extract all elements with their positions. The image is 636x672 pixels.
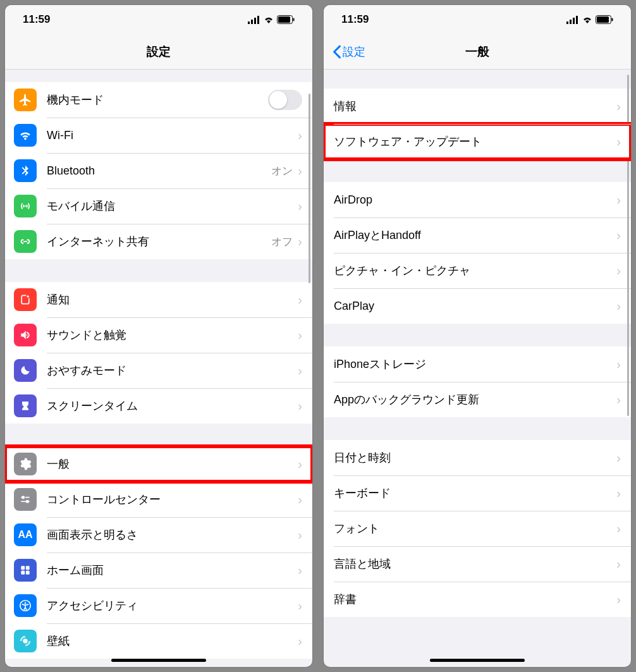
controlcenter-cell[interactable]: コントロールセンター › [5,482,312,517]
home-indicator[interactable] [111,659,206,662]
general-screen: 11:59 設定 一般 情報 › ソフトウェア・アップデート › AirDrop… [324,5,631,667]
wallpaper-icon [14,630,37,652]
hotspot-cell[interactable]: インターネット共有 オフ › [5,224,312,259]
sounds-cell[interactable]: サウンドと触覚 › [5,317,312,353]
chevron-right-icon: › [616,135,621,149]
battery-icon [277,15,295,24]
display-cell[interactable]: AA 画面表示と明るさ › [5,517,312,553]
background-refresh-label: Appのバックグラウンド更新 [334,392,616,407]
airplane-toggle[interactable] [268,90,302,110]
bluetooth-label: Bluetooth [47,164,271,178]
svg-rect-0 [248,21,250,24]
svg-rect-28 [612,18,613,21]
svg-point-12 [27,501,28,503]
general-group-storage: iPhoneストレージ › Appのバックグラウンド更新 › [324,346,631,417]
carplay-cell[interactable]: CarPlay › [324,288,631,324]
general-group-locale: 日付と時刻 › キーボード › フォント › 言語と地域 › 辞書 › [324,440,631,617]
chevron-right-icon: › [616,451,621,465]
svg-rect-5 [278,16,290,23]
wifi-status-icon [263,15,274,24]
settings-group-notifications: 通知 › サウンドと触覚 › おやすみモード › スクリーンタイム › [5,282,312,424]
wifi-status-icon [582,15,593,24]
wifi-label: Wi-Fi [47,129,293,142]
airplay-cell[interactable]: AirPlayとHandoff › [324,217,631,253]
fonts-label: フォント [334,521,616,536]
settings-group-system: 一般 › コントロールセンター › AA 画面表示と明るさ › ホーム画面 › [5,446,312,659]
general-group-about: 情報 › ソフトウェア・アップデート › [324,89,631,159]
display-icon: AA [14,523,37,546]
cellular-cell[interactable]: モバイル通信 › [5,188,312,224]
dictionary-cell[interactable]: 辞書 › [324,582,631,617]
svg-point-8 [27,295,30,298]
svg-rect-22 [566,21,568,24]
settings-screen: 11:59 設定 機内モード Wi-Fi › [5,5,312,667]
cellular-signal-icon [566,15,579,24]
hotspot-label: インターネット共有 [47,234,271,249]
chevron-right-icon: › [298,235,302,249]
page-title: 一般 [465,44,489,60]
homescreen-label: ホーム画面 [47,563,298,578]
accessibility-cell[interactable]: アクセシビリティ › [5,588,312,623]
status-icons [248,15,295,24]
chevron-right-icon: › [616,393,621,407]
display-label: 画面表示と明るさ [47,527,298,542]
homescreen-cell[interactable]: ホーム画面 › [5,553,312,588]
fonts-cell[interactable]: フォント › [324,511,631,546]
datetime-label: 日付と時刻 [334,450,616,465]
general-icon [14,453,37,475]
chevron-right-icon: › [616,193,621,207]
iphone-storage-cell[interactable]: iPhoneストレージ › [324,346,631,382]
chevron-right-icon: › [616,99,621,114]
background-refresh-cell[interactable]: Appのバックグラウンド更新 › [324,382,631,417]
bluetooth-cell[interactable]: Bluetooth オン › [5,153,312,188]
navbar: 設定 一般 [324,34,631,70]
wifi-cell[interactable]: Wi-Fi › [5,118,312,153]
chevron-right-icon: › [298,634,302,649]
dnd-cell[interactable]: おやすみモード › [5,353,312,388]
hotspot-value: オフ [271,235,293,249]
chevron-right-icon: › [616,592,621,607]
svg-point-20 [25,602,27,604]
notifications-cell[interactable]: 通知 › [5,282,312,317]
general-cell[interactable]: 一般 › [5,446,312,482]
accessibility-label: アクセシビリティ [47,598,298,613]
svg-rect-6 [293,18,295,21]
dictionary-label: 辞書 [334,592,616,607]
svg-point-9 [22,496,24,498]
general-label: 一般 [47,456,298,472]
datetime-cell[interactable]: 日付と時刻 › [324,440,631,475]
scrollbar[interactable] [309,94,310,283]
chevron-right-icon: › [616,357,621,372]
language-cell[interactable]: 言語と地域 › [324,546,631,582]
status-time: 11:59 [23,13,50,26]
screentime-cell[interactable]: スクリーンタイム › [5,388,312,424]
software-update-cell[interactable]: ソフトウェア・アップデート › [324,124,631,159]
general-group-connect: AirDrop › AirPlayとHandoff › ピクチャ・イン・ピクチャ… [324,182,631,324]
svg-point-21 [23,638,27,643]
about-cell[interactable]: 情報 › [324,89,631,124]
cellular-icon [14,195,37,217]
chevron-right-icon: › [298,199,302,214]
pip-label: ピクチャ・イン・ピクチャ [334,263,616,278]
wallpaper-cell[interactable]: 壁紙 › [5,623,312,659]
status-bar: 11:59 [5,5,312,34]
back-button[interactable]: 設定 [333,44,365,59]
chevron-right-icon: › [298,164,302,178]
chevron-right-icon: › [298,293,302,307]
home-indicator[interactable] [430,659,525,662]
keyboard-cell[interactable]: キーボード › [324,475,631,511]
chevron-right-icon: › [298,399,302,413]
airplane-mode-cell[interactable]: 機内モード [5,82,312,118]
airdrop-cell[interactable]: AirDrop › [324,182,631,217]
svg-rect-27 [597,16,609,23]
screentime-label: スクリーンタイム [47,398,298,413]
svg-rect-18 [26,571,30,575]
chevron-right-icon: › [616,228,621,243]
back-label: 設定 [343,44,365,59]
svg-rect-1 [251,20,253,24]
bluetooth-icon [14,159,37,182]
chevron-right-icon: › [616,522,621,536]
controlcenter-label: コントロールセンター [47,492,298,507]
language-label: 言語と地域 [334,556,616,571]
pip-cell[interactable]: ピクチャ・イン・ピクチャ › [324,253,631,288]
